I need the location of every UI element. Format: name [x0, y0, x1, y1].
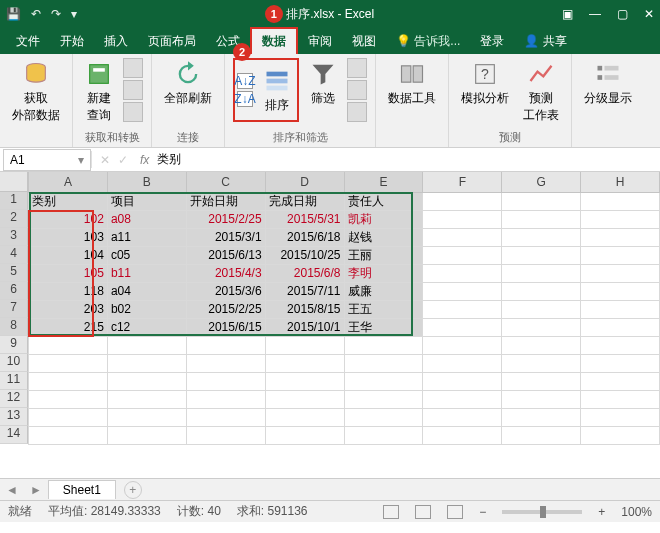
cell[interactable] [581, 408, 660, 426]
cell[interactable]: 2015/3/1 [186, 228, 265, 246]
cell[interactable]: 2015/10/1 [265, 318, 344, 336]
cell[interactable] [344, 372, 423, 390]
row-header-6[interactable]: 6 [0, 282, 28, 300]
row-header-11[interactable]: 11 [0, 372, 28, 390]
cell[interactable] [186, 408, 265, 426]
cell[interactable] [344, 336, 423, 354]
cell[interactable]: b11 [107, 264, 186, 282]
tab-view[interactable]: 视图 [342, 29, 386, 54]
cell[interactable]: 2015/6/18 [265, 228, 344, 246]
sheet-tab[interactable]: Sheet1 [48, 480, 116, 499]
cell[interactable] [581, 372, 660, 390]
cell[interactable]: 开始日期 [186, 192, 265, 210]
cell[interactable]: 王丽 [344, 246, 423, 264]
row-header-10[interactable]: 10 [0, 354, 28, 372]
tab-file[interactable]: 文件 [6, 29, 50, 54]
col-header-B[interactable]: B [107, 172, 186, 192]
save-icon[interactable]: 💾 [6, 7, 21, 21]
close-icon[interactable]: ✕ [644, 7, 654, 21]
chevron-down-icon[interactable]: ▾ [78, 153, 84, 167]
cell[interactable] [107, 408, 186, 426]
cell[interactable]: 103 [29, 228, 108, 246]
row-header-12[interactable]: 12 [0, 390, 28, 408]
cell[interactable]: 赵钱 [344, 228, 423, 246]
cell[interactable]: 2015/3/6 [186, 282, 265, 300]
cell[interactable]: a11 [107, 228, 186, 246]
formula-bar[interactable]: ✕ ✓ fx 类别 [91, 151, 660, 168]
tab-share[interactable]: 👤 共享 [514, 29, 576, 54]
cell[interactable] [344, 426, 423, 444]
cell[interactable] [265, 426, 344, 444]
zoom-slider[interactable] [502, 510, 582, 514]
cell[interactable] [581, 192, 660, 210]
cell[interactable] [502, 300, 581, 318]
cell[interactable] [423, 354, 502, 372]
cell[interactable] [107, 426, 186, 444]
tab-review[interactable]: 审阅 [298, 29, 342, 54]
name-box[interactable]: A1 ▾ [3, 149, 91, 171]
sort-desc-button[interactable]: Z↓A [237, 91, 253, 107]
cell[interactable]: 李明 [344, 264, 423, 282]
cell[interactable] [265, 408, 344, 426]
cell[interactable] [581, 246, 660, 264]
cell[interactable] [581, 210, 660, 228]
restore-icon[interactable]: ▢ [617, 7, 628, 21]
cell[interactable]: 118 [29, 282, 108, 300]
cell[interactable] [29, 426, 108, 444]
tab-insert[interactable]: 插入 [94, 29, 138, 54]
cell[interactable] [265, 336, 344, 354]
zoom-level[interactable]: 100% [621, 505, 652, 519]
row-header-3[interactable]: 3 [0, 228, 28, 246]
cell[interactable] [423, 192, 502, 210]
new-sheet-button[interactable]: + [124, 481, 142, 499]
tab-data[interactable]: 数据 [250, 27, 298, 54]
recent-sources-icon[interactable] [123, 102, 143, 122]
cell[interactable] [502, 354, 581, 372]
cell[interactable] [423, 264, 502, 282]
col-header-G[interactable]: G [502, 172, 581, 192]
tab-tellme[interactable]: 💡 告诉我... [386, 29, 470, 54]
cell[interactable]: 215 [29, 318, 108, 336]
cell[interactable] [423, 390, 502, 408]
select-all-corner[interactable] [0, 172, 28, 192]
cell[interactable] [423, 408, 502, 426]
cell[interactable] [423, 282, 502, 300]
advanced-filter-icon[interactable] [347, 102, 367, 122]
cell[interactable] [423, 372, 502, 390]
cell[interactable]: a08 [107, 210, 186, 228]
cell[interactable] [265, 390, 344, 408]
row-header-13[interactable]: 13 [0, 408, 28, 426]
cell[interactable] [107, 390, 186, 408]
cell[interactable]: 104 [29, 246, 108, 264]
get-external-data-button[interactable]: 获取 外部数据 [8, 58, 64, 126]
minimize-icon[interactable]: — [589, 7, 601, 21]
cell[interactable] [502, 228, 581, 246]
cell[interactable] [581, 318, 660, 336]
cell[interactable]: 2015/5/31 [265, 210, 344, 228]
forecast-sheet-button[interactable]: 预测 工作表 [519, 58, 563, 126]
cell[interactable] [29, 354, 108, 372]
cell[interactable] [581, 282, 660, 300]
tab-home[interactable]: 开始 [50, 29, 94, 54]
cell[interactable] [265, 372, 344, 390]
cell[interactable] [107, 372, 186, 390]
cell[interactable] [581, 354, 660, 372]
cell[interactable] [502, 246, 581, 264]
enter-icon[interactable]: ✓ [118, 153, 128, 167]
cell[interactable]: 102 [29, 210, 108, 228]
cell[interactable]: 王华 [344, 318, 423, 336]
cell[interactable]: 完成日期 [265, 192, 344, 210]
col-header-H[interactable]: H [581, 172, 660, 192]
row-header-4[interactable]: 4 [0, 246, 28, 264]
cell[interactable]: 2015/8/15 [265, 300, 344, 318]
cell[interactable]: 凯莉 [344, 210, 423, 228]
cell[interactable] [502, 192, 581, 210]
cell[interactable]: 2015/6/13 [186, 246, 265, 264]
cell[interactable] [423, 300, 502, 318]
from-table-icon[interactable] [123, 80, 143, 100]
cell[interactable]: 责任人 [344, 192, 423, 210]
cell[interactable] [502, 318, 581, 336]
cell[interactable] [502, 264, 581, 282]
cell[interactable]: 威廉 [344, 282, 423, 300]
cell[interactable] [423, 246, 502, 264]
